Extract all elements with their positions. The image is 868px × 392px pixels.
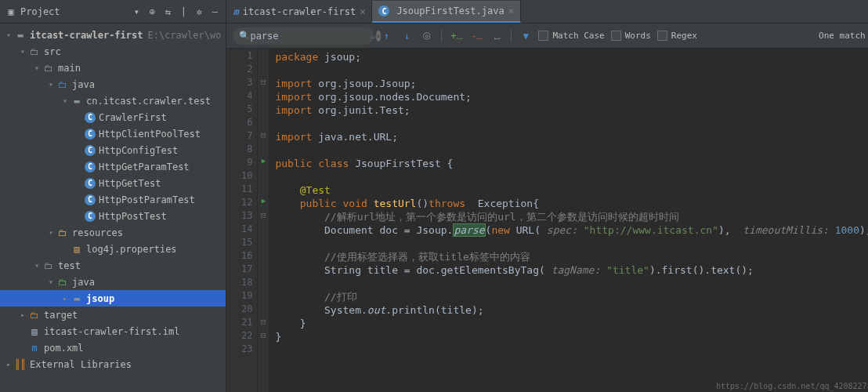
tree-item-java[interactable]: ▾🗀java [0,274,226,290]
chevron-right-icon[interactable]: ▸ [3,360,14,368]
class-icon: C [85,112,96,123]
code-line[interactable]: Document doc = Jsoup.parse(new URL( spec… [275,223,868,237]
code-line[interactable] [275,237,868,250]
tree-item-httpgetparamtest[interactable]: CHttpGetParamTest [0,158,226,175]
code-line[interactable]: System.out.println(title); [275,303,868,317]
tree-label: CrawlerFirst [99,112,167,123]
tree-item-java[interactable]: ▾🗀java [0,76,226,93]
code-line[interactable]: } [275,330,868,343]
close-icon[interactable]: × [508,5,514,16]
tree-item-test[interactable]: ▾🗀test [0,257,226,274]
code-line[interactable]: //打印 [275,290,868,303]
tree-item-jsoup[interactable]: ▸▬jsoup [0,290,226,307]
code-line[interactable]: import org.junit.Test; [275,103,868,117]
tab-itcast-crawler-first[interactable]: mitcast-crawler-first× [226,1,372,23]
code-editor[interactable]: 1234567891011121314151617181920212223 ⊟⊟… [226,49,868,392]
chevron-icon[interactable]: ▸ [60,294,71,303]
code-line[interactable]: package jsoup; [275,50,868,64]
tree-item-target[interactable]: ▸🗀target [0,307,226,323]
add-selection-icon[interactable]: +⎵ [450,30,462,42]
chevron-icon[interactable]: ▾ [17,47,28,56]
chevron-icon[interactable]: ▾ [60,96,71,105]
chevron-icon[interactable]: ▾ [31,261,42,270]
enter-icon[interactable]: ↵ [370,30,375,42]
tree-item-cn-itcast-crawler-test[interactable]: ▾▬cn.itcast.crawler.test [0,93,226,109]
tree-root[interactable]: ▾ ▬ itcast-crawler-first E:\crawler\wo [0,27,226,43]
chevron-icon[interactable]: ▾ [45,228,56,237]
code-area[interactable]: package jsoup;import org.jsoup.Jsoup;imp… [269,49,868,392]
target-icon[interactable]: ⊕ [146,5,158,18]
code-line[interactable]: import java.net.URL; [275,130,868,143]
dropdown-icon[interactable]: ▾ [130,5,143,18]
chevron-icon[interactable]: ▾ [45,278,56,286]
libraries-icon: ║║ [14,358,27,371]
tree-label: cn.itcast.crawler.test [86,96,211,107]
gutter-marks[interactable]: ⊟⊟▶▶⊟⊟⊟ [258,49,269,392]
code-line[interactable] [275,343,868,357]
tree-item-itcast-crawler-first-iml[interactable]: ▤itcast-crawler-first.iml [0,323,226,339]
filter-icon[interactable]: ▼ [519,30,532,42]
tree-label: log4j.properties [86,244,177,255]
code-line[interactable]: public void testUrl()throws Exception{ [275,197,868,210]
chevron-icon[interactable]: ▸ [17,310,28,319]
code-line[interactable]: import org.jsoup.nodes.Document; [275,90,868,103]
tree-label: HttpGetParamTest [99,162,190,172]
code-line[interactable]: @Test [275,183,868,197]
regex-option[interactable]: Regex [657,31,697,41]
remove-selection-icon[interactable]: -⎵ [470,30,483,42]
folder-icon: 🗀 [42,260,55,272]
checkbox-icon[interactable] [538,31,548,41]
code-line[interactable] [275,64,868,77]
tree-item-httpposttest[interactable]: CHttpPostTest [0,208,226,224]
sidebar-title: Project [20,6,127,17]
line-gutter[interactable]: 1234567891011121314151617181920212223 [226,49,258,392]
tree-item-resources[interactable]: ▾🗀resources [0,224,226,241]
tree-label: HttpPostTest [99,211,167,222]
next-match-icon[interactable]: ↓ [400,30,413,42]
code-line[interactable] [275,117,868,130]
chevron-down-icon[interactable]: ▾ [3,31,14,39]
search-input[interactable] [250,31,370,42]
match-case-option[interactable]: Match Case [538,31,604,41]
chevron-icon[interactable]: ▾ [45,80,56,89]
close-icon[interactable]: × [360,6,365,17]
select-all-occur-icon[interactable]: ⎵ [490,30,503,42]
tree-label: HttpGetTest [99,178,161,189]
checkbox-icon[interactable] [611,31,621,41]
code-line[interactable] [275,170,868,183]
code-line[interactable] [275,143,868,157]
tree-item-src[interactable]: ▾🗀src [0,43,226,60]
code-line[interactable] [275,277,868,290]
select-all-icon[interactable]: ⦾ [421,30,433,42]
settings-icon[interactable]: ✲ [193,5,205,18]
tree-item-log4j-properties[interactable]: ▤log4j.properties [0,241,226,257]
tree-item-crawlerfirst[interactable]: CCrawlerFirst [0,109,226,125]
project-tree[interactable]: ▾ ▬ itcast-crawler-first E:\crawler\wo ▾… [0,24,226,392]
external-libraries[interactable]: ▸ ║║ External Libraries [0,356,226,372]
code-line[interactable]: //解析url地址，第一个参数是访问的url，第二个参数是访问时候的超时时间 [275,210,868,223]
match-count: One match [819,31,868,41]
code-line[interactable]: } [275,317,868,330]
tree-label: jsoup [86,293,114,304]
tree-label: src [44,46,61,57]
tab-jsoupfirsttest-java[interactable]: CJsoupFirstTest.java× [372,1,521,23]
tree-item-httpconfigtest[interactable]: CHttpConfigTest [0,142,226,158]
tree-item-httppostparamtest[interactable]: CHttpPostParamTest [0,191,226,208]
tree-item-httpgettest[interactable]: CHttpGetTest [0,175,226,191]
code-line[interactable]: public class JsoupFirstTest { [275,157,868,170]
code-line[interactable]: //使用标签选择器，获取title标签中的内容 [275,250,868,263]
class-icon: C [85,129,96,140]
collapse-icon[interactable]: ⇆ [161,5,174,18]
chevron-icon[interactable]: ▾ [31,64,42,72]
class-icon: C [85,178,96,189]
checkbox-icon[interactable] [657,31,667,41]
tree-item-main[interactable]: ▾🗀main [0,60,226,76]
tree-item-httpclientpooltest[interactable]: CHttpClientPoolTest [0,125,226,142]
prev-match-icon[interactable]: ↑ [380,30,392,42]
tree-item-pom-xml[interactable]: mpom.xml [0,339,226,356]
hide-icon[interactable]: — [208,5,221,18]
code-line[interactable]: String title = doc.getElementsByTag( tag… [275,263,868,277]
code-line[interactable]: import org.jsoup.Jsoup; [275,77,868,90]
words-option[interactable]: Words [611,31,651,41]
tree-label: itcast-crawler-first.iml [44,326,179,337]
